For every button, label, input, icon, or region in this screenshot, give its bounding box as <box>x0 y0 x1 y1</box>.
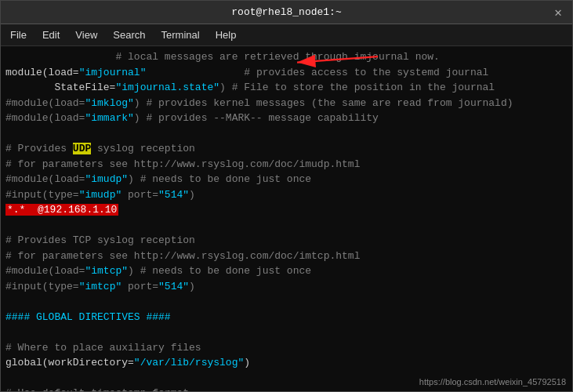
line-13: # Provides TCP syslog reception <box>5 233 568 249</box>
line-4: #module(load="imklog") # provides kernel… <box>5 96 568 111</box>
line-11: *.* @192.168.1.10 <box>5 202 568 218</box>
menu-edit[interactable]: Edit <box>36 27 66 42</box>
line-5: #module(load="immark") # provides --MARK… <box>5 111 568 126</box>
menu-bar: File Edit View Search Terminal Help <box>1 24 572 46</box>
line-15: #module(load="imtcp") # needs to be done… <box>5 263 568 279</box>
watermark: https://blog.csdn.net/weixin_45792518 <box>419 376 566 389</box>
line-8: # for parameters see http://www.rsyslog.… <box>5 157 568 172</box>
line-10: #input(type="imudp" port="514") <box>5 187 568 203</box>
line-18: #### GLOBAL DIRECTIVES #### <box>5 310 568 325</box>
line-16: #input(type="imtcp" port="514") <box>5 279 568 295</box>
terminal-window: root@rhel8_node1:~ ✕ File Edit View Sear… <box>0 0 573 392</box>
line-7: # Provides UDP syslog reception <box>5 141 568 157</box>
terminal-content[interactable]: # local messages are retrieved through i… <box>1 46 572 391</box>
line-2: module(load="imjournal" # provides acces… <box>5 65 568 81</box>
menu-view[interactable]: View <box>69 27 103 42</box>
close-button[interactable]: ✕ <box>550 5 566 20</box>
line-9: #module(load="imudp") # needs to be done… <box>5 172 568 187</box>
menu-file[interactable]: File <box>4 27 33 42</box>
line-3: StateFile="imjournal.state") # File to s… <box>5 80 568 96</box>
line-12 <box>5 218 568 234</box>
title-bar: root@rhel8_node1:~ ✕ <box>1 1 572 24</box>
menu-search[interactable]: Search <box>107 27 151 42</box>
line-20: # Where to place auxiliary files <box>5 340 568 356</box>
menu-terminal[interactable]: Terminal <box>155 27 206 42</box>
title-bar-text: root@rhel8_node1:~ <box>231 6 341 18</box>
line-17 <box>5 294 568 310</box>
line-6 <box>5 126 568 142</box>
menu-help[interactable]: Help <box>209 27 243 42</box>
line-1: # local messages are retrieved through i… <box>5 49 568 65</box>
line-14: # for parameters see http://www.rsyslog.… <box>5 249 568 264</box>
line-21: global(workDirectory="/var/lib/rsyslog") <box>5 355 568 371</box>
line-19 <box>5 325 568 340</box>
